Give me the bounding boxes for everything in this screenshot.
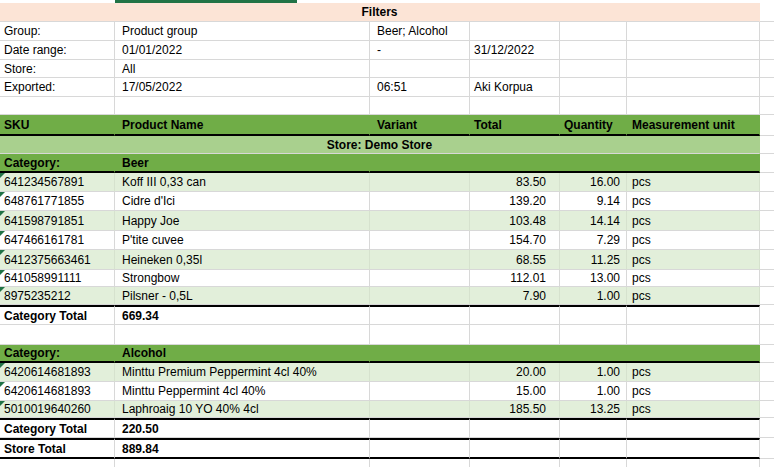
product-name-cell[interactable]: Strongbow <box>115 270 370 287</box>
variant-cell[interactable] <box>370 211 470 231</box>
empty-cell[interactable] <box>370 325 470 345</box>
category-total-value-cell[interactable]: 220.50 <box>115 418 370 438</box>
filter-label-cell[interactable]: Store: <box>0 60 115 78</box>
filter-value-cell[interactable]: Aki Korpua <box>470 78 560 97</box>
total-cell[interactable]: 68.55 <box>470 250 560 270</box>
category-label-cell[interactable]: Category: <box>0 345 115 363</box>
variant-cell[interactable] <box>370 363 470 382</box>
product-name-cell[interactable]: Heineken 0,35l <box>115 250 370 270</box>
unit-cell[interactable]: pcs <box>627 287 760 305</box>
total-cell[interactable]: 15.00 <box>470 382 560 401</box>
total-cell[interactable]: 20.00 <box>470 363 560 382</box>
empty-cell[interactable] <box>0 325 115 345</box>
unit-cell[interactable]: pcs <box>627 250 760 270</box>
store-total-value-cell[interactable]: 889.84 <box>115 438 370 459</box>
store-band-cell[interactable]: Store: Demo Store <box>0 136 760 154</box>
filter-value-cell[interactable]: - <box>370 41 470 60</box>
product-name-cell[interactable]: Laphroaig 10 YO 40% 4cl <box>115 401 370 418</box>
total-cell[interactable]: 112.01 <box>470 270 560 287</box>
variant-cell[interactable] <box>370 231 470 250</box>
category-total-value-cell[interactable]: 669.34 <box>115 305 370 325</box>
column-header-product-name[interactable]: Product Name <box>115 115 370 136</box>
sku-cell[interactable]: 8975235212 <box>0 287 115 305</box>
category-name-cell[interactable]: Beer <box>115 154 370 173</box>
filter-value-cell[interactable] <box>470 22 560 41</box>
empty-cell[interactable] <box>627 97 760 115</box>
filter-value-cell[interactable]: Beer; Alcohol <box>370 22 470 41</box>
empty-cell[interactable] <box>627 78 760 97</box>
empty-cell[interactable] <box>627 438 760 459</box>
sku-cell[interactable]: 641058991111 <box>0 270 115 287</box>
total-cell[interactable]: 103.48 <box>470 211 560 231</box>
empty-cell[interactable] <box>370 97 470 115</box>
empty-cell[interactable] <box>115 459 370 467</box>
filter-value-cell[interactable]: All <box>115 60 370 78</box>
product-name-cell[interactable]: Pilsner - 0,5L <box>115 287 370 305</box>
unit-cell[interactable]: pcs <box>627 231 760 250</box>
empty-cell[interactable] <box>560 305 627 325</box>
quantity-cell[interactable]: 7.29 <box>560 231 627 250</box>
column-header-sku[interactable]: SKU <box>0 115 115 136</box>
empty-cell[interactable] <box>370 418 470 438</box>
empty-cell[interactable] <box>560 22 627 41</box>
empty-cell[interactable] <box>560 418 627 438</box>
sku-cell[interactable]: 648761771855 <box>0 192 115 211</box>
empty-cell[interactable] <box>560 60 627 78</box>
empty-cell[interactable] <box>370 305 470 325</box>
quantity-cell[interactable]: 14.14 <box>560 211 627 231</box>
product-name-cell[interactable]: Cidre d'Ici <box>115 192 370 211</box>
empty-cell[interactable] <box>470 325 560 345</box>
filter-value-cell[interactable]: 17/05/2022 <box>115 78 370 97</box>
column-header-variant[interactable]: Variant <box>370 115 470 136</box>
unit-cell[interactable]: pcs <box>627 363 760 382</box>
category-label-cell[interactable]: Category: <box>0 154 115 173</box>
variant-cell[interactable] <box>370 382 470 401</box>
quantity-cell[interactable]: 1.00 <box>560 287 627 305</box>
empty-cell[interactable] <box>370 438 470 459</box>
column-header-total[interactable]: Total <box>470 115 560 136</box>
empty-cell[interactable] <box>560 41 627 60</box>
empty-cell[interactable] <box>0 459 115 467</box>
unit-cell[interactable]: pcs <box>627 270 760 287</box>
sku-cell[interactable]: 6420614681893 <box>0 363 115 382</box>
sku-cell[interactable]: 6412375663461 <box>0 250 115 270</box>
empty-cell[interactable] <box>560 459 627 467</box>
total-cell[interactable]: 139.20 <box>470 192 560 211</box>
quantity-cell[interactable]: 16.00 <box>560 173 627 192</box>
sku-cell[interactable]: 647466161781 <box>0 231 115 250</box>
filter-value-cell[interactable]: Product group <box>115 22 370 41</box>
sku-cell[interactable]: 5010019640260 <box>0 401 115 418</box>
category-total-label-cell[interactable]: Category Total <box>0 418 115 438</box>
total-cell[interactable]: 7.90 <box>470 287 560 305</box>
quantity-cell[interactable]: 1.00 <box>560 363 627 382</box>
empty-cell[interactable] <box>627 459 760 467</box>
empty-cell[interactable] <box>627 60 760 78</box>
empty-cell[interactable] <box>470 305 560 325</box>
quantity-cell[interactable]: 11.25 <box>560 250 627 270</box>
filter-value-cell[interactable]: 01/01/2022 <box>115 41 370 60</box>
empty-cell[interactable] <box>627 325 760 345</box>
filter-value-cell[interactable]: 06:51 <box>370 78 470 97</box>
variant-cell[interactable] <box>370 192 470 211</box>
empty-cell[interactable] <box>115 325 370 345</box>
unit-cell[interactable]: pcs <box>627 382 760 401</box>
total-cell[interactable]: 185.50 <box>470 401 560 418</box>
quantity-cell[interactable]: 13.25 <box>560 401 627 418</box>
store-total-label-cell[interactable]: Store Total <box>0 438 115 459</box>
unit-cell[interactable]: pcs <box>627 401 760 418</box>
variant-cell[interactable] <box>370 250 470 270</box>
total-cell[interactable]: 83.50 <box>470 173 560 192</box>
empty-cell[interactable] <box>115 97 370 115</box>
filter-value-cell[interactable]: 31/12/2022 <box>470 41 560 60</box>
sku-cell[interactable]: 6420614681893 <box>0 382 115 401</box>
product-name-cell[interactable]: Happy Joe <box>115 211 370 231</box>
empty-cell[interactable] <box>470 418 560 438</box>
product-name-cell[interactable]: Minttu Peppermint 4cl 40% <box>115 382 370 401</box>
product-name-cell[interactable]: Minttu Premium Peppermint 4cl 40% <box>115 363 370 382</box>
filter-label-cell[interactable]: Exported: <box>0 78 115 97</box>
quantity-cell[interactable]: 1.00 <box>560 382 627 401</box>
variant-cell[interactable] <box>370 287 470 305</box>
empty-cell[interactable] <box>560 97 627 115</box>
empty-cell[interactable] <box>627 41 760 60</box>
category-name-cell[interactable]: Alcohol <box>115 345 370 363</box>
